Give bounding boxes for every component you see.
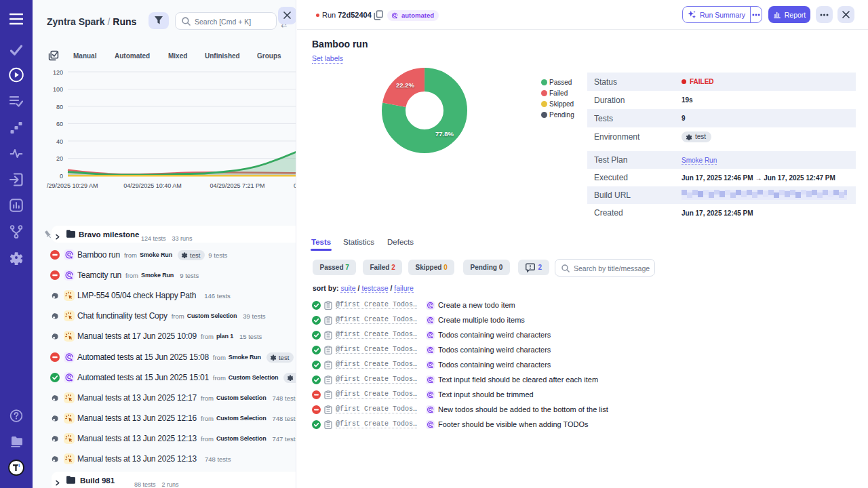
svg-text:0: 0 [294,182,296,189]
svg-text:20: 20 [56,155,63,162]
svg-text:80: 80 [56,104,63,110]
svg-text:120: 120 [53,69,63,76]
svg-text:100: 100 [53,86,63,93]
svg-text:0: 0 [60,173,63,180]
svg-text:60: 60 [56,121,63,127]
svg-text:40: 40 [56,138,63,145]
svg-text:04/29/2025 10:40 AM: 04/29/2025 10:40 AM [123,182,182,189]
svg-text:04/29/2025 7:21 PM: 04/29/2025 7:21 PM [210,182,264,189]
svg-text:/29/2025 10:29 AM: /29/2025 10:29 AM [47,182,98,189]
